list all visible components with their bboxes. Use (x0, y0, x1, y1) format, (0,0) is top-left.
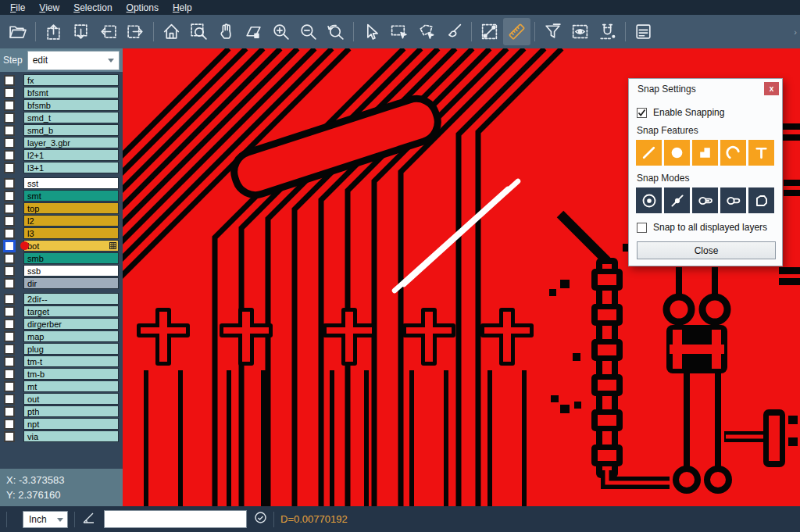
layer-item-l2[interactable]: l2 (23, 215, 119, 227)
report-button[interactable] (630, 18, 657, 45)
checkbox-checked-icon[interactable] (637, 108, 647, 118)
layer-item-pth[interactable]: pth (23, 405, 119, 417)
layer-item-out[interactable]: out (23, 393, 119, 405)
pan-hand-button[interactable] (212, 18, 240, 45)
layer-visibility-checkbox[interactable] (4, 319, 15, 330)
layer-item-map[interactable]: map (23, 330, 119, 342)
layer-item-l3+1[interactable]: l3+1 (23, 162, 119, 173)
snap-feature-pad-shape-button[interactable] (692, 140, 718, 166)
send-bottom-button[interactable] (67, 18, 95, 45)
layer-item-smd_b[interactable]: smd_b (23, 124, 119, 136)
zoom-window-button[interactable] (185, 18, 212, 45)
layer-grid-icon[interactable] (109, 242, 116, 249)
view-region-button[interactable] (566, 18, 594, 45)
layer-visibility-checkbox[interactable] (4, 331, 15, 342)
checkbox-unchecked-icon[interactable] (637, 223, 647, 233)
layer-visibility-checkbox[interactable] (4, 216, 15, 227)
layer-visibility-checkbox[interactable] (4, 381, 15, 392)
menu-item-help[interactable]: Help (166, 2, 199, 14)
layer-visibility-checkbox[interactable] (4, 306, 15, 317)
layer-visibility-checkbox[interactable] (4, 162, 15, 173)
layer-item-smt[interactable]: smt (23, 190, 119, 202)
layer-visibility-checkbox[interactable] (4, 394, 15, 405)
layer-visibility-checkbox[interactable] (4, 419, 15, 430)
send-right-button[interactable] (122, 18, 149, 45)
layer-item-target[interactable]: target (23, 305, 119, 317)
apply-icon[interactable] (254, 511, 267, 527)
layer-visibility-checkbox[interactable] (4, 253, 15, 264)
step-dropdown[interactable]: edit (27, 51, 120, 70)
close-icon[interactable]: x (764, 82, 779, 95)
dialog-titlebar[interactable]: Snap Settings x (629, 79, 782, 98)
snap-center-button[interactable] (636, 187, 662, 213)
layer-item-bfsmt[interactable]: bfsmt (23, 87, 119, 98)
select-polygon-button[interactable] (412, 18, 440, 45)
layer-visibility-checkbox[interactable] (4, 344, 15, 355)
snap-slot-center-button[interactable] (692, 187, 718, 213)
zoom-home-button[interactable] (158, 18, 185, 45)
layer-item-fx[interactable]: fx (23, 74, 119, 86)
layer-visibility-checkbox[interactable] (4, 191, 15, 202)
layer-item-via[interactable]: via (23, 430, 119, 442)
snap-magnet-button[interactable] (594, 18, 621, 45)
layer-visibility-checkbox[interactable] (4, 112, 15, 123)
snap-on-line-button[interactable] (664, 187, 690, 213)
snap-feature-pad-circle-button[interactable] (664, 140, 690, 166)
layer-item-npt[interactable]: npt (23, 418, 119, 430)
snap-all-layers-checkbox[interactable]: Snap to all displayed layers (637, 222, 775, 233)
layer-item-dir[interactable]: dir (23, 277, 119, 289)
measure-ruler-button[interactable] (503, 18, 530, 45)
layer-item-tm-b[interactable]: tm-b (23, 368, 119, 380)
enable-snapping-checkbox[interactable]: Enable Snapping (637, 107, 775, 118)
layer-visibility-checkbox[interactable] (4, 137, 15, 148)
zoom-in-button[interactable] (267, 18, 295, 45)
layer-item-dirgerber[interactable]: dirgerber (23, 318, 119, 330)
layer-visibility-checkbox[interactable] (4, 241, 15, 252)
layer-visibility-checkbox[interactable] (4, 228, 15, 239)
layer-visibility-checkbox[interactable] (4, 87, 15, 98)
layer-visibility-checkbox[interactable] (4, 75, 15, 86)
snap-feature-arc-button[interactable] (720, 140, 746, 166)
layer-visibility-checkbox[interactable] (4, 150, 15, 161)
layer-item-2dir--[interactable]: 2dir-- (23, 293, 119, 305)
layer-item-l2+1[interactable]: l2+1 (23, 149, 119, 161)
layer-item-bfsmb[interactable]: bfsmb (23, 99, 119, 111)
select-rect-button[interactable] (385, 18, 412, 45)
select-brush-button[interactable] (440, 18, 467, 45)
menu-item-view[interactable]: View (32, 2, 66, 14)
send-top-button[interactable] (40, 18, 67, 45)
layer-visibility-checkbox[interactable] (4, 100, 15, 111)
layer-visibility-checkbox[interactable] (4, 125, 15, 136)
snap-feature-line-button[interactable] (636, 140, 662, 166)
layer-item-l3[interactable]: l3 (23, 227, 119, 239)
layer-item-plug[interactable]: plug (23, 343, 119, 355)
layer-visibility-checkbox[interactable] (4, 369, 15, 380)
send-left-button[interactable] (95, 18, 122, 45)
unit-dropdown[interactable]: Inch (23, 511, 68, 528)
layer-item-ssb[interactable]: ssb (23, 265, 119, 277)
menu-item-selection[interactable]: Selection (66, 2, 119, 14)
zoom-out-button[interactable] (295, 18, 322, 45)
snap-slot-button[interactable] (720, 187, 746, 213)
toolbar-overflow-icon[interactable]: › (794, 27, 797, 37)
zoom-previous-button[interactable] (322, 18, 349, 45)
layer-item-tm-t[interactable]: tm-t (23, 355, 119, 367)
menu-item-file[interactable]: File (3, 2, 32, 14)
layer-item-mt[interactable]: mt (23, 380, 119, 392)
layer-visibility-checkbox[interactable] (4, 406, 15, 417)
layer-visibility-checkbox[interactable] (4, 203, 15, 214)
open-folder-button[interactable] (4, 18, 31, 45)
snap-contour-button[interactable] (748, 187, 774, 213)
zoom-polygon-button[interactable] (240, 18, 267, 45)
measure-distance-button[interactable] (476, 18, 503, 45)
layer-item-sst[interactable]: sst (23, 177, 119, 189)
layer-item-smd_t[interactable]: smd_t (23, 112, 119, 123)
select-pointer-button[interactable] (358, 18, 385, 45)
layer-visibility-checkbox[interactable] (4, 356, 15, 367)
layer-visibility-checkbox[interactable] (4, 178, 15, 189)
layer-item-bot[interactable]: bot (23, 240, 119, 252)
layer-visibility-checkbox[interactable] (4, 431, 15, 442)
layer-visibility-checkbox[interactable] (4, 294, 15, 305)
layer-item-layer_3.gbr[interactable]: layer_3.gbr (23, 137, 119, 148)
command-input[interactable] (104, 510, 247, 528)
